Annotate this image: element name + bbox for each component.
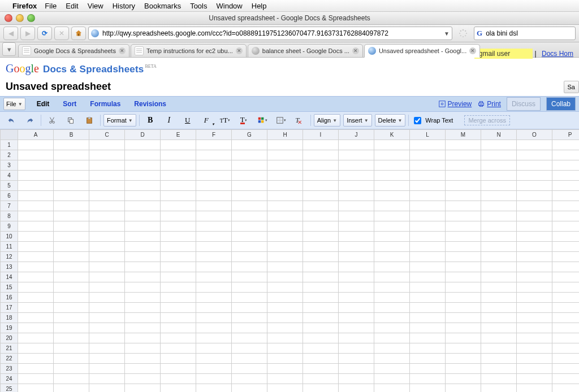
cell[interactable] bbox=[374, 160, 410, 171]
cell[interactable] bbox=[446, 364, 481, 374]
column-header[interactable]: E bbox=[161, 130, 196, 140]
url-input[interactable] bbox=[101, 29, 442, 38]
cell[interactable] bbox=[125, 232, 161, 242]
browser-tab[interactable]: balance sheet - Google Docs ... ✕ bbox=[248, 44, 363, 58]
cell[interactable] bbox=[517, 252, 552, 262]
cell[interactable] bbox=[18, 303, 54, 313]
cell[interactable] bbox=[339, 364, 374, 374]
bold-button[interactable]: B bbox=[142, 114, 158, 127]
cell[interactable] bbox=[54, 343, 89, 354]
cell[interactable] bbox=[54, 232, 89, 242]
cell[interactable] bbox=[267, 354, 303, 364]
cell[interactable] bbox=[446, 272, 481, 282]
cell[interactable] bbox=[18, 313, 54, 323]
cell[interactable] bbox=[303, 364, 339, 374]
cell[interactable] bbox=[374, 374, 410, 384]
cell[interactable] bbox=[410, 303, 446, 313]
cell[interactable] bbox=[18, 343, 54, 354]
row-header[interactable]: 18 bbox=[1, 313, 18, 323]
cell[interactable] bbox=[339, 303, 374, 313]
cell[interactable] bbox=[54, 374, 89, 384]
cell[interactable] bbox=[54, 221, 89, 232]
cell[interactable] bbox=[54, 150, 89, 160]
cell[interactable] bbox=[125, 343, 161, 354]
cell[interactable] bbox=[374, 221, 410, 232]
cell[interactable] bbox=[89, 303, 125, 313]
cell[interactable] bbox=[267, 262, 303, 272]
cell[interactable] bbox=[552, 343, 580, 354]
cell[interactable] bbox=[89, 232, 125, 242]
cell[interactable] bbox=[196, 343, 232, 354]
cell[interactable] bbox=[303, 333, 339, 343]
cell[interactable] bbox=[125, 242, 161, 252]
cell[interactable] bbox=[517, 303, 552, 313]
cell[interactable] bbox=[196, 293, 232, 303]
cell[interactable] bbox=[232, 303, 267, 313]
cell[interactable] bbox=[232, 354, 267, 364]
menu-window[interactable]: Window bbox=[217, 2, 243, 10]
text-color-button[interactable]: T▾ bbox=[236, 114, 252, 127]
spreadsheet-grid[interactable]: ABCDEFGHIJKLMNOP123456789101112131415161… bbox=[0, 129, 579, 392]
document-title[interactable]: Unsaved spreadsheet bbox=[6, 81, 111, 93]
delete-dropdown[interactable]: Delete▼ bbox=[375, 114, 406, 127]
cell[interactable] bbox=[446, 282, 481, 293]
cell[interactable] bbox=[54, 242, 89, 252]
align-dropdown[interactable]: Align▼ bbox=[314, 114, 340, 127]
menu-file[interactable]: File bbox=[45, 2, 57, 10]
cell[interactable] bbox=[517, 181, 552, 191]
cell[interactable] bbox=[89, 201, 125, 211]
cell[interactable] bbox=[196, 201, 232, 211]
underline-button[interactable]: U bbox=[180, 114, 196, 127]
cell[interactable] bbox=[232, 374, 267, 384]
cell[interactable] bbox=[517, 333, 552, 343]
cell[interactable] bbox=[303, 171, 339, 181]
cell[interactable] bbox=[232, 272, 267, 282]
cell[interactable] bbox=[267, 343, 303, 354]
cell[interactable] bbox=[18, 364, 54, 374]
strikethrough-button[interactable]: F▾ bbox=[198, 114, 214, 127]
cell[interactable] bbox=[54, 364, 89, 374]
cell[interactable] bbox=[303, 323, 339, 333]
cell[interactable] bbox=[374, 384, 410, 393]
cell[interactable] bbox=[125, 181, 161, 191]
row-header[interactable]: 12 bbox=[1, 252, 18, 262]
cell[interactable] bbox=[446, 323, 481, 333]
cell[interactable] bbox=[552, 313, 580, 323]
cell[interactable] bbox=[161, 323, 196, 333]
cell[interactable] bbox=[125, 354, 161, 364]
cell[interactable] bbox=[18, 140, 54, 150]
cell[interactable] bbox=[161, 242, 196, 252]
cell[interactable] bbox=[339, 232, 374, 242]
cell[interactable] bbox=[374, 343, 410, 354]
cell[interactable] bbox=[374, 262, 410, 272]
cell[interactable] bbox=[232, 262, 267, 272]
column-header[interactable]: M bbox=[446, 130, 481, 140]
cell[interactable] bbox=[481, 140, 517, 150]
cell[interactable] bbox=[303, 201, 339, 211]
cell[interactable] bbox=[89, 354, 125, 364]
cell[interactable] bbox=[89, 262, 125, 272]
cell[interactable] bbox=[481, 272, 517, 282]
cell[interactable] bbox=[196, 323, 232, 333]
row-header[interactable]: 25 bbox=[1, 384, 18, 393]
cell[interactable] bbox=[552, 293, 580, 303]
cell[interactable] bbox=[161, 354, 196, 364]
cell[interactable] bbox=[232, 313, 267, 323]
cell[interactable] bbox=[517, 242, 552, 252]
cell[interactable] bbox=[89, 150, 125, 160]
cell[interactable] bbox=[410, 191, 446, 201]
cell[interactable] bbox=[54, 181, 89, 191]
wrap-text-checkbox[interactable] bbox=[414, 117, 421, 124]
cell[interactable] bbox=[267, 282, 303, 293]
cell[interactable] bbox=[125, 323, 161, 333]
row-header[interactable]: 23 bbox=[1, 364, 18, 374]
discuss-button[interactable]: Discuss bbox=[507, 97, 541, 111]
cell[interactable] bbox=[410, 211, 446, 221]
cell[interactable] bbox=[232, 323, 267, 333]
cell[interactable] bbox=[339, 384, 374, 393]
row-header[interactable]: 5 bbox=[1, 181, 18, 191]
column-header[interactable]: J bbox=[339, 130, 374, 140]
cell[interactable] bbox=[339, 252, 374, 262]
cell[interactable] bbox=[89, 242, 125, 252]
cell[interactable] bbox=[446, 171, 481, 181]
